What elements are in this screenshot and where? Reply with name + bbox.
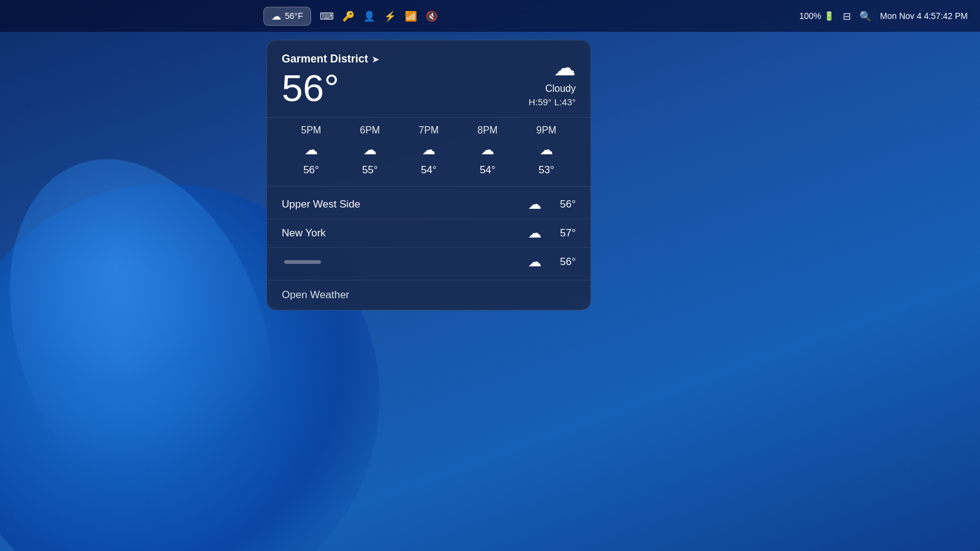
condition-text: Cloudy (529, 83, 576, 94)
menubar: ☁ 56°F ⌨ 🔑 👤 ⚡ 📶 🔇 100% 🔋 ⊟ 🔍 Mon Nov 4 … (0, 0, 980, 32)
hour-icon-5pm: ☁ (304, 142, 318, 158)
hourly-item-9pm: 9PM ☁ 53° (517, 125, 576, 176)
current-temperature: 56° (282, 69, 379, 107)
menubar-temp: 56°F (285, 11, 303, 21)
location-temp-ny: 57° (551, 227, 576, 239)
location-name-ny: New York (282, 227, 528, 239)
scroll-indicator (284, 260, 321, 264)
battery-percent: 100% (799, 11, 821, 21)
location-cloud-icon-unknown: ☁ (528, 254, 541, 270)
hour-label-9pm: 9PM (537, 125, 557, 136)
location-cloud-icon-ny: ☁ (528, 225, 541, 241)
hourly-item-7pm: 7PM ☁ 54° (399, 125, 458, 176)
location-name: Garment District (282, 53, 368, 66)
weather-main: Garment District ➤ 56° ☁ Cloudy H:59° L:… (267, 40, 590, 117)
hour-temp-5pm: 56° (303, 164, 319, 176)
datetime: Mon Nov 4 4:57:42 PM (880, 11, 968, 21)
menubar-right: 100% 🔋 ⊟ 🔍 Mon Nov 4 4:57:42 PM (799, 10, 968, 22)
list-item[interactable]: New York ☁ 57° (267, 219, 590, 248)
hour-label-5pm: 5PM (301, 125, 322, 136)
hour-icon-9pm: ☁ (540, 142, 553, 158)
condition-cloud-icon: ☁ (529, 55, 576, 81)
weather-widget: Garment District ➤ 56° ☁ Cloudy H:59° L:… (266, 40, 591, 310)
list-item[interactable]: ☁ 56° (267, 248, 590, 276)
location-arrow-icon: ➤ (372, 54, 379, 64)
hourly-section: 5PM ☁ 56° 6PM ☁ 55° 7PM ☁ 54° 8PM ☁ 54° … (267, 117, 590, 186)
hourly-item-5pm: 5PM ☁ 56° (282, 125, 341, 176)
menubar-cloud-icon: ☁ (271, 10, 281, 22)
hourly-grid: 5PM ☁ 56° 6PM ☁ 55° 7PM ☁ 54° 8PM ☁ 54° … (282, 125, 576, 176)
hour-icon-8pm: ☁ (481, 142, 494, 158)
bluetooth-icon[interactable]: ⚡ (384, 10, 396, 22)
menubar-left-icons: ☁ 56°F ⌨ 🔑 👤 ⚡ 📶 🔇 (263, 7, 438, 26)
key-icon[interactable]: 🔑 (342, 10, 355, 22)
hour-label-6pm: 6PM (360, 125, 380, 136)
hi-lo-text: H:59° L:43° (529, 97, 576, 107)
location-row: Garment District ➤ (282, 53, 379, 66)
weather-main-right: ☁ Cloudy H:59° L:43° (529, 53, 576, 107)
hourly-item-8pm: 8PM ☁ 54° (458, 125, 517, 176)
hour-temp-9pm: 53° (538, 164, 554, 176)
battery-icon: 🔋 (824, 11, 834, 21)
location-temp-unknown: 56° (551, 256, 576, 268)
hour-icon-7pm: ☁ (422, 142, 435, 158)
user-icon[interactable]: 👤 (363, 10, 375, 22)
hour-temp-7pm: 54° (421, 164, 437, 176)
hour-label-7pm: 7PM (419, 125, 439, 136)
open-weather-button[interactable]: Open Weather (267, 280, 590, 310)
location-cloud-icon-uws: ☁ (528, 197, 541, 212)
locations-section: Upper West Side ☁ 56° New York ☁ 57° ☁ 5… (267, 186, 590, 280)
hour-icon-6pm: ☁ (363, 142, 377, 158)
weather-main-left: Garment District ➤ 56° (282, 53, 379, 107)
hour-label-8pm: 8PM (478, 125, 498, 136)
location-temp-uws: 56° (551, 198, 576, 211)
wifi-icon[interactable]: 📶 (405, 10, 417, 22)
list-item[interactable]: Upper West Side ☁ 56° (267, 190, 590, 219)
hour-temp-8pm: 54° (480, 164, 496, 176)
location-name-unknown (282, 260, 528, 264)
high-temp: H:59° (529, 97, 552, 107)
weather-menubar-pill[interactable]: ☁ 56°F (263, 7, 311, 26)
low-temp: L:43° (554, 97, 576, 107)
keyboard-icon[interactable]: ⌨ (320, 10, 334, 22)
control-center-icon[interactable]: ⊟ (843, 10, 851, 22)
hourly-item-6pm: 6PM ☁ 55° (341, 125, 399, 176)
hour-temp-6pm: 55° (362, 164, 378, 176)
spotlight-icon[interactable]: 🔍 (859, 10, 872, 22)
battery-area: 100% 🔋 (799, 11, 834, 21)
location-name-uws: Upper West Side (282, 198, 528, 211)
mute-icon[interactable]: 🔇 (426, 10, 438, 22)
